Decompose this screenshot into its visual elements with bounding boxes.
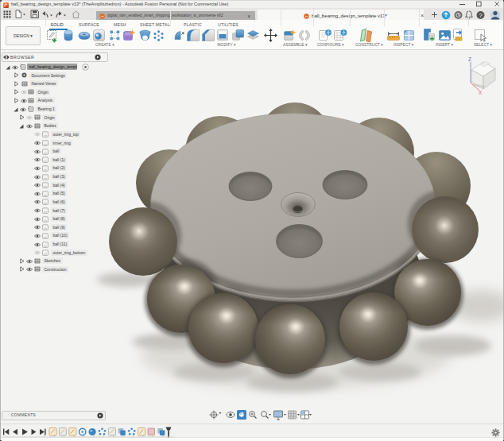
svg-text:FRONT: FRONT bbox=[474, 83, 485, 89]
svg-text:?: ? bbox=[479, 12, 482, 19]
svg-text:X: X bbox=[479, 90, 483, 95]
svg-text:Z: Z bbox=[468, 56, 471, 62]
